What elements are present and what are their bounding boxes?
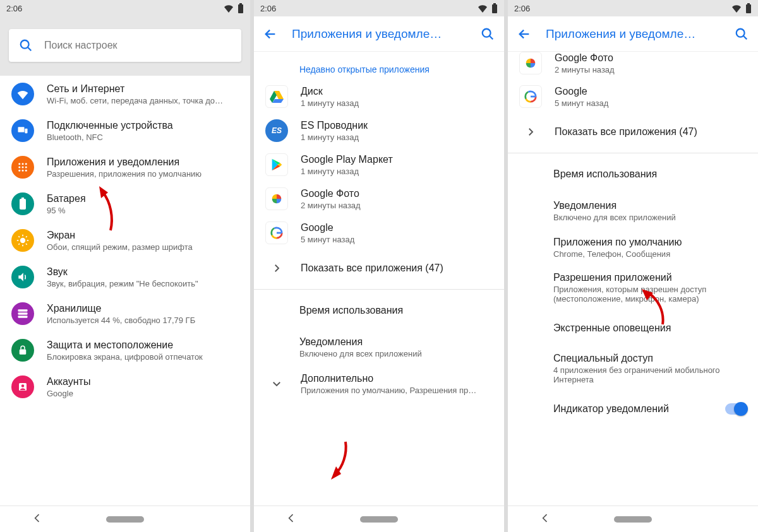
wifi-icon (224, 4, 234, 13)
toggle-switch[interactable] (725, 403, 747, 415)
default-apps-row[interactable]: Приложения по умолчаниюChrome, Телефон, … (508, 229, 758, 266)
svg-rect-52 (747, 3, 750, 4)
nav-back[interactable] (285, 512, 298, 527)
status-bar: 2:06 (0, 0, 250, 16)
svg-rect-28 (18, 316, 28, 317)
apps-list: Google Фото2 минуты назад Google5 минут … (508, 52, 758, 505)
settings-row-sound[interactable]: ЗвукЗвук, вибрация, режим "Не беспокоить… (0, 259, 250, 295)
svg-line-25 (26, 236, 27, 237)
svg-point-14 (25, 170, 27, 172)
svg-point-8 (25, 163, 27, 165)
appbar-search-button[interactable] (733, 25, 750, 43)
navigation-bar (508, 505, 758, 532)
svg-line-55 (743, 35, 747, 39)
svg-rect-0 (238, 4, 243, 13)
notifications-row[interactable]: УведомленияВключено для всех приложений (508, 192, 758, 229)
svg-rect-5 (25, 129, 27, 134)
photos-icon (519, 52, 542, 74)
chevron-down-icon (265, 378, 288, 389)
search-icon (19, 38, 33, 52)
app-row-google-photos[interactable]: Google Фото2 минуты назад (508, 52, 758, 80)
nav-home[interactable] (614, 516, 652, 523)
show-all-apps[interactable]: Показать все приложения (47) (254, 250, 504, 287)
app-permissions-row[interactable]: Разрешения приложенийПриложения, которым… (508, 266, 758, 310)
notifications-row[interactable]: УведомленияВключено для всех приложений (254, 329, 504, 365)
status-bar: 2:06 (254, 0, 504, 16)
apps-grid-icon (11, 156, 34, 179)
volume-icon (11, 266, 34, 288)
photos-icon (265, 187, 288, 210)
clock: 2:06 (514, 4, 530, 13)
settings-row-battery[interactable]: Батарея95 % (0, 186, 250, 222)
storage-icon (11, 302, 34, 325)
app-row-es-explorer[interactable]: ES ES Проводник1 минуту назад (254, 114, 504, 148)
screen-time-row[interactable]: Время использования (508, 156, 758, 192)
es-explorer-icon: ES (265, 119, 288, 142)
svg-line-23 (26, 244, 27, 245)
back-button[interactable] (262, 25, 279, 43)
svg-rect-29 (20, 350, 27, 355)
svg-rect-1 (239, 3, 242, 4)
recent-apps-header: Недавно открытые приложения (254, 52, 504, 80)
clock: 2:06 (6, 4, 22, 13)
app-row-google[interactable]: Google5 минут назад (508, 80, 758, 114)
notification-indicator-row[interactable]: Индикатор уведомлений (508, 391, 758, 427)
settings-row-network[interactable]: Сеть и ИнтернетWi-Fi, моб. сети, передач… (0, 76, 250, 112)
screen-settings-root: 2:06 Поиск настроек Сеть и ИнтернетWi-Fi… (0, 0, 250, 532)
svg-rect-49 (277, 232, 282, 234)
chevron-right-icon (265, 263, 288, 274)
svg-point-13 (22, 170, 24, 172)
svg-rect-16 (21, 198, 24, 199)
svg-point-10 (22, 167, 24, 168)
nav-back[interactable] (539, 512, 551, 527)
brightness-icon (11, 229, 34, 252)
svg-rect-4 (18, 127, 25, 132)
search-placeholder: Поиск настроек (44, 40, 117, 51)
settings-row-display[interactable]: ЭкранОбои, спящий режим, размер шрифта (0, 222, 250, 259)
google-icon (265, 222, 288, 244)
appbar-title: Приложения и уведомле… (292, 27, 466, 41)
settings-row-storage[interactable]: ХранилищеИспользуется 44 %, свободно 17,… (0, 295, 250, 332)
svg-rect-33 (492, 4, 497, 13)
svg-point-36 (483, 28, 491, 37)
svg-point-11 (25, 167, 27, 168)
play-store-icon (265, 153, 288, 176)
search-bar[interactable]: Поиск настроек (9, 29, 241, 62)
nav-home[interactable] (106, 516, 144, 523)
show-all-apps[interactable]: Показать все приложения (47) (508, 114, 758, 150)
advanced-row[interactable]: ДополнительноПриложения по умолчанию, Ра… (254, 365, 504, 402)
special-access-row[interactable]: Специальный доступ4 приложения без огран… (508, 346, 758, 391)
account-icon (11, 375, 34, 398)
screen-time-row[interactable]: Время использования (254, 292, 504, 329)
emergency-alerts-row[interactable]: Экстренные оповещения (508, 310, 758, 346)
svg-point-9 (18, 167, 20, 168)
nav-home[interactable] (360, 516, 398, 523)
apps-list: Недавно открытые приложения Диск1 минуту… (254, 52, 504, 505)
settings-row-security[interactable]: Защита и местоположениеБлокировка экрана… (0, 332, 250, 369)
clock: 2:06 (260, 4, 276, 13)
app-row-play-store[interactable]: Google Play Маркет1 минуту назад (254, 148, 504, 182)
battery-circle-icon (11, 192, 34, 215)
settings-row-connected[interactable]: Подключенные устройстваBluetooth, NFC (0, 112, 250, 149)
wifi-icon (478, 4, 488, 13)
status-bar: 2:06 (508, 0, 758, 16)
app-row-drive[interactable]: Диск1 минуту назад (254, 80, 504, 114)
battery-icon (491, 3, 498, 13)
svg-point-12 (18, 170, 20, 172)
settings-row-apps[interactable]: Приложения и уведомленияРазрешения, прил… (0, 149, 250, 186)
svg-rect-26 (18, 309, 28, 311)
screen-apps-expanded: 2:06 Приложения и уведомле… Google Фото2… (508, 0, 758, 532)
svg-point-31 (21, 384, 25, 387)
appbar-title: Приложения и уведомле… (546, 27, 720, 41)
app-row-google-photos[interactable]: Google Фото2 минуты назад (254, 182, 504, 216)
app-bar: Приложения и уведомле… (508, 16, 758, 52)
settings-row-accounts[interactable]: АккаунтыGoogle (0, 369, 250, 405)
svg-point-6 (18, 163, 20, 165)
appbar-search-button[interactable] (479, 25, 496, 43)
chevron-right-icon (519, 126, 542, 138)
svg-rect-27 (18, 312, 28, 314)
app-row-google[interactable]: Google5 минут назад (254, 216, 504, 250)
nav-back[interactable] (31, 512, 44, 527)
back-button[interactable] (515, 25, 533, 43)
drive-icon (265, 85, 288, 108)
